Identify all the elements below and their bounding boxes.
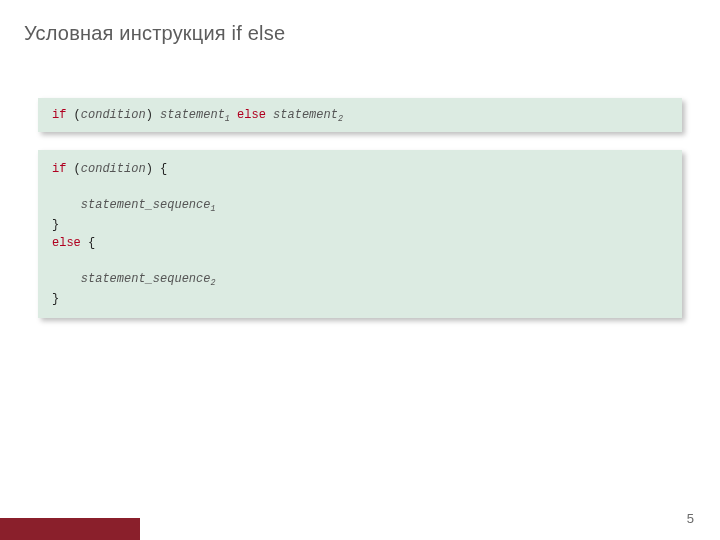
accent-bar [0, 518, 140, 540]
code-line: else { [52, 234, 668, 252]
subscript-1: 1 [210, 204, 215, 214]
page-number: 5 [687, 511, 694, 526]
code-line: statement_sequence1 [52, 196, 668, 216]
paren-open: ( [66, 108, 80, 122]
keyword-if: if [52, 108, 66, 122]
brace-close: } [52, 216, 668, 234]
code-line: statement_sequence2 [52, 270, 668, 290]
condition-text: condition [81, 108, 146, 122]
blank-line [52, 252, 668, 270]
statement1: statement [160, 108, 225, 122]
code-line: if (condition) { [52, 160, 668, 178]
keyword-if: if [52, 162, 66, 176]
space [266, 108, 273, 122]
condition-text: condition [81, 162, 146, 176]
statement-seq2: statement_sequence [81, 272, 211, 286]
keyword-else: else [237, 108, 266, 122]
subscript-2: 2 [338, 114, 343, 124]
indent [52, 198, 81, 212]
slide: Условная инструкция if else if (conditio… [0, 0, 720, 540]
subscript-2: 2 [210, 278, 215, 288]
space [230, 108, 237, 122]
statement2: statement [273, 108, 338, 122]
paren-open: ( [66, 162, 80, 176]
code-box-block: if (condition) { statement_sequence1 } e… [38, 150, 682, 318]
code-box-inline: if (condition) statement1 else statement… [38, 98, 682, 132]
slide-title: Условная инструкция if else [24, 22, 285, 45]
paren-close: ) [146, 108, 160, 122]
code-line: if (condition) statement1 else statement… [52, 108, 343, 122]
indent [52, 272, 81, 286]
blank-line [52, 178, 668, 196]
keyword-else: else [52, 236, 81, 250]
brace-open: { [81, 236, 95, 250]
statement-seq1: statement_sequence [81, 198, 211, 212]
paren-close-brace: ) { [146, 162, 168, 176]
brace-close: } [52, 290, 668, 308]
